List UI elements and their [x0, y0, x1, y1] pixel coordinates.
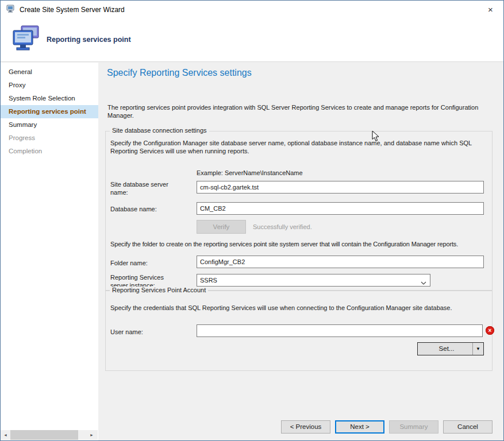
sidebar-item-general[interactable]: General [1, 65, 98, 79]
error-icon: × [486, 326, 494, 335]
next-button[interactable]: Next > [335, 420, 384, 434]
wizard-header: Reporting services point [1, 18, 503, 62]
set-button-label: Set... [439, 343, 455, 355]
window-title: Create Site System Server Wizard [20, 6, 125, 14]
sidebar-item-summary[interactable]: Summary [1, 118, 98, 131]
title-bar: Create Site System Server Wizard × [1, 1, 503, 18]
database-name-input[interactable] [197, 202, 484, 215]
verify-status-text: Successfully verified. [253, 223, 312, 230]
site-database-groupbox: Site database connection settings Specif… [105, 131, 493, 291]
reporting-instance-dropdown[interactable]: SSRS [197, 274, 430, 287]
previous-button[interactable]: < Previous [281, 420, 330, 434]
folder-name-input[interactable] [197, 256, 484, 268]
user-name-label: User name: [110, 328, 182, 336]
sidebar-item-progress: Progress [1, 131, 98, 145]
site-database-group-title: Site database connection settings [110, 127, 209, 134]
sidebar-item-completion: Completion [1, 145, 98, 158]
folder-name-label: Folder name: [110, 259, 182, 267]
wizard-window: Create Site System Server Wizard × Repor… [0, 0, 504, 441]
sidebar-horizontal-scrollbar[interactable]: ◄ ► [1, 430, 98, 440]
reporting-instance-value: SSRS [200, 277, 217, 284]
reporting-services-point-icon [12, 25, 42, 57]
window-icon [6, 4, 15, 16]
intro-text: The reporting services point provides in… [107, 103, 487, 119]
cancel-button[interactable]: Cancel [443, 420, 493, 434]
account-groupbox: Reporting Services Point Account Specify… [105, 291, 493, 371]
chevron-down-icon [421, 279, 426, 286]
wizard-steps-sidebar: General Proxy System Role Selection Repo… [1, 63, 98, 440]
dropdown-arrow-icon[interactable]: ▼ [472, 343, 483, 355]
account-group-title: Reporting Services Point Account [110, 287, 208, 293]
set-account-button[interactable]: Set... ▼ [417, 342, 484, 355]
scrollbar-thumb[interactable] [10, 430, 78, 440]
server-name-label: Site database server name: [110, 180, 182, 196]
verify-button[interactable]: Verify [197, 220, 246, 234]
wizard-step-title: Reporting services point [47, 36, 131, 44]
sidebar-item-reporting-services-point[interactable]: Reporting services point [1, 105, 98, 118]
page-title: Specify Reporting Services settings [107, 68, 252, 78]
database-name-label: Database name: [110, 205, 182, 213]
user-name-input[interactable] [197, 324, 483, 337]
site-database-description: Specify the Configuration Manager site d… [110, 139, 474, 155]
main-content: Specify Reporting Services settings The … [98, 63, 503, 440]
scroll-right-icon[interactable]: ► [87, 430, 97, 440]
site-database-server-input[interactable] [197, 181, 484, 194]
folder-note: Specify the folder to create on the repo… [110, 241, 458, 247]
scroll-left-icon[interactable]: ◄ [1, 430, 10, 440]
sidebar-item-proxy[interactable]: Proxy [1, 79, 98, 92]
close-button[interactable]: × [478, 1, 503, 18]
summary-button[interactable]: Summary [389, 420, 438, 434]
example-text: Example: ServerName\InstanceName [197, 169, 303, 176]
account-description: Specify the credentials that SQL Reporti… [110, 304, 484, 312]
sidebar-item-system-role-selection[interactable]: System Role Selection [1, 92, 98, 105]
